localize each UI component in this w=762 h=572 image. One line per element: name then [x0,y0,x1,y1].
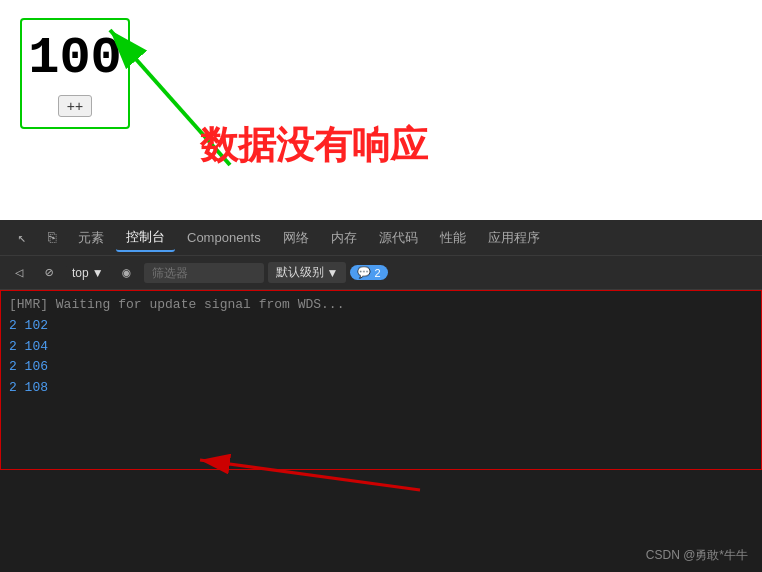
filter-input[interactable] [144,263,264,283]
level-dropdown[interactable]: 默认级别 ▼ [268,262,347,283]
issues-badge[interactable]: 💬 2 [350,265,387,280]
tab-components[interactable]: Components [177,226,271,249]
tab-application[interactable]: 应用程序 [478,225,550,251]
tab-elements[interactable]: 元素 [68,225,114,251]
tab-performance[interactable]: 性能 [430,225,476,251]
devtools-toolbar: ◁ ⊘ top ▼ ◉ 默认级别 ▼ 💬 2 [0,256,762,290]
eye-icon[interactable]: ◉ [114,260,140,286]
ban-icon[interactable]: ⊘ [36,260,62,286]
console-line-104: 2 104 [9,337,753,358]
level-label: 默认级别 [276,264,324,281]
back-icon[interactable]: ◁ [6,260,32,286]
counter-value: 100 [28,30,122,87]
tab-sources[interactable]: 源代码 [369,225,428,251]
top-dropdown[interactable]: top ▼ [66,264,110,282]
top-label: top [72,266,89,280]
cursor-icon[interactable]: ↖ [8,224,36,252]
console-area: [HMR] Waiting for update signal from WDS… [0,290,762,470]
increment-button[interactable]: ++ [58,95,92,117]
annotation-text: 数据没有响应 [200,120,428,171]
console-line-108: 2 108 [9,378,753,399]
device-icon[interactable]: ⎘ [38,224,66,252]
devtools-tabs: ↖ ⎘ 元素 控制台 Components 网络 内存 源代码 性能 应用程序 [0,220,762,256]
level-arrow-icon: ▼ [327,266,339,280]
tab-console[interactable]: 控制台 [116,224,175,252]
dropdown-arrow-icon: ▼ [92,266,104,280]
watermark: CSDN @勇敢*牛牛 [646,547,748,564]
console-line-106: 2 106 [9,357,753,378]
issues-count: 2 [374,267,380,279]
console-line-102: 2 102 [9,316,753,337]
counter-card: 100 ++ [20,18,130,129]
top-area: 100 ++ 数据没有响应 [0,0,762,220]
tab-network[interactable]: 网络 [273,225,319,251]
console-line-hmr: [HMR] Waiting for update signal from WDS… [9,295,753,316]
issues-icon: 💬 [357,266,371,279]
tab-memory[interactable]: 内存 [321,225,367,251]
